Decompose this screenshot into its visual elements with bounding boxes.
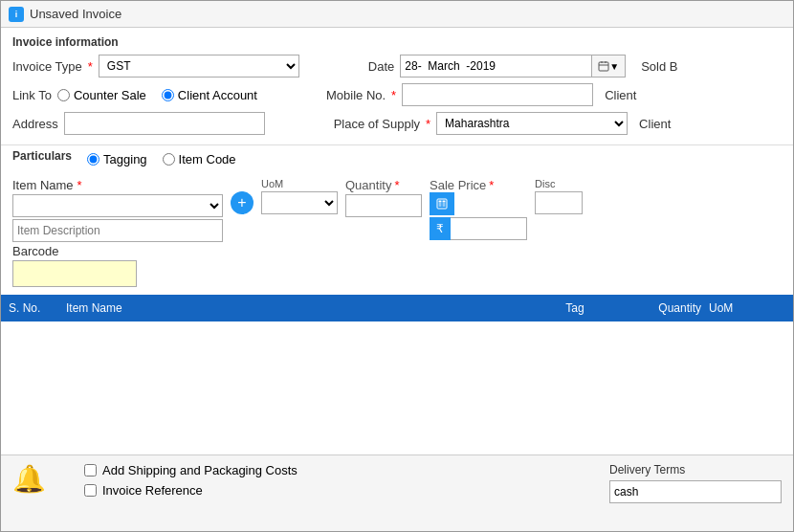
col-itemname-header: Item Name	[66, 301, 527, 315]
counter-sale-radio-label[interactable]: Counter Sale	[57, 88, 146, 102]
sale-price-input-group: ₹	[430, 217, 527, 240]
item-name-label-row: Item Name *	[12, 178, 223, 192]
date-input[interactable]	[400, 55, 591, 78]
particulars-section: Particulars Tagging Item Code	[1, 145, 793, 174]
quantity-label-text: Quantity	[345, 178, 391, 192]
uom-label: UoM	[261, 178, 338, 189]
item-code-radio[interactable]	[163, 153, 175, 166]
client-group-1: Client	[605, 88, 636, 102]
shipping-checkbox-row: Add Shipping and Packaging Costs	[84, 463, 298, 477]
invoice-ref-checkbox-row: Invoice Reference	[84, 483, 298, 498]
main-window: i Unsaved Invoice Invoice information In…	[0, 0, 794, 532]
place-supply-select[interactable]: Maharashtra Delhi Karnataka Tamil Nadu	[436, 112, 628, 135]
dropdown-arrow: ▼	[609, 61, 619, 72]
svg-rect-5	[439, 201, 442, 203]
discount-input[interactable]	[535, 191, 583, 214]
invoice-row-3: Address Place of Supply * Maharashtra De…	[12, 112, 782, 135]
client-account-radio-label[interactable]: Client Account	[162, 88, 257, 102]
svg-rect-8	[443, 204, 446, 205]
mobile-required: *	[391, 88, 396, 102]
link-to-label: Link To	[12, 88, 52, 102]
invoice-type-label: Invoice Type	[12, 59, 82, 74]
calculator-icon	[436, 198, 448, 210]
mobile-group: Mobile No. *	[326, 83, 593, 106]
uom-select[interactable]	[261, 191, 338, 214]
counter-sale-label: Counter Sale	[74, 88, 146, 102]
tagging-label: Tagging	[103, 152, 147, 166]
client-label-1: Client	[605, 88, 636, 102]
title-bar: i Unsaved Invoice	[1, 1, 793, 28]
calculator-button[interactable]	[430, 192, 454, 215]
bottom-right: Delivery Terms	[609, 463, 782, 503]
invoice-info-section: Invoice information Invoice Type * GST N…	[1, 28, 793, 145]
shipping-label: Add Shipping and Packaging Costs	[102, 463, 298, 477]
svg-rect-0	[599, 62, 608, 71]
client-label-2: Client	[639, 117, 671, 131]
item-name-label: Item Name	[12, 178, 74, 192]
svg-rect-7	[439, 204, 442, 205]
table-body	[1, 321, 793, 454]
bottom-left: Add Shipping and Packaging Costs Invoice…	[84, 463, 298, 498]
svg-rect-9	[439, 206, 442, 207]
item-name-group: Item Name *	[12, 178, 223, 242]
sold-label: Sold B	[641, 59, 677, 74]
window-title: Unsaved Invoice	[30, 7, 121, 21]
svg-rect-10	[443, 206, 446, 207]
table-header: S. No. Item Name Tag Quantity UoM	[1, 295, 793, 321]
date-group: Date ▼	[368, 55, 626, 78]
mobile-input[interactable]	[402, 83, 593, 106]
invoice-ref-label: Invoice Reference	[102, 483, 203, 498]
link-to-radio-group: Counter Sale Client Account	[57, 88, 257, 102]
sale-price-col: Sale Price *	[430, 178, 527, 240]
counter-sale-radio[interactable]	[57, 89, 70, 101]
invoice-info-label: Invoice information	[12, 35, 782, 49]
sold-group: Sold B	[641, 59, 677, 74]
sale-price-label-row: Sale Price *	[430, 178, 527, 215]
client-group-2: Client	[639, 117, 671, 131]
bottom-bar: 🔔 Add Shipping and Packaging Costs Invoi…	[1, 454, 793, 531]
add-item-button[interactable]: +	[231, 191, 254, 214]
sale-price-input[interactable]	[451, 217, 527, 240]
col-sno-header: S. No.	[9, 301, 66, 315]
barcode-input[interactable]	[12, 260, 137, 287]
address-group: Address	[12, 112, 265, 135]
particulars-header: Particulars Tagging Item Code	[12, 149, 782, 168]
particulars-label: Particulars	[12, 149, 72, 163]
uom-col: UoM	[261, 178, 338, 214]
shipping-checkbox[interactable]	[84, 464, 97, 477]
bell-icon: 🔔	[12, 463, 46, 495]
address-input[interactable]	[64, 112, 265, 135]
invoice-type-group: Invoice Type * GST Non-GST	[12, 55, 299, 78]
invoice-type-select[interactable]: GST Non-GST	[99, 55, 299, 78]
invoice-ref-checkbox[interactable]	[84, 484, 97, 497]
calendar-icon	[598, 60, 609, 72]
tagging-radio-label[interactable]: Tagging	[87, 152, 147, 166]
client-account-label: Client Account	[178, 88, 257, 102]
barcode-group: Barcode	[1, 244, 793, 291]
item-code-label: Item Code	[179, 152, 236, 166]
invoice-row-2: Link To Counter Sale Client Account Mobi	[12, 83, 782, 106]
quantity-label: Quantity *	[345, 178, 422, 192]
quantity-col: Quantity *	[345, 178, 422, 217]
tagging-radio[interactable]	[87, 153, 99, 166]
item-form-row: Item Name * + UoM Quantity * Sal	[1, 174, 793, 244]
link-to-group: Link To Counter Sale Client Account	[12, 88, 257, 102]
item-name-select[interactable]	[12, 194, 223, 217]
place-supply-label: Place of Supply	[334, 117, 420, 131]
delivery-terms-input[interactable]	[609, 480, 782, 503]
address-label: Address	[12, 117, 58, 131]
date-picker-button[interactable]: ▼	[591, 55, 626, 78]
date-input-group: ▼	[400, 55, 626, 78]
item-code-radio-label[interactable]: Item Code	[163, 152, 236, 166]
main-content: Invoice information Invoice Type * GST N…	[1, 28, 793, 531]
quantity-input[interactable]	[345, 194, 422, 217]
date-label: Date	[368, 59, 394, 74]
client-account-radio[interactable]	[162, 89, 174, 101]
place-supply-required: *	[426, 117, 430, 131]
rupee-button[interactable]: ₹	[430, 217, 451, 240]
item-description-input[interactable]	[12, 219, 223, 242]
col-uom-header: UoM	[709, 301, 785, 315]
mobile-no-label: Mobile No.	[326, 88, 386, 102]
app-icon: i	[9, 7, 24, 22]
item-name-required: *	[77, 178, 82, 192]
